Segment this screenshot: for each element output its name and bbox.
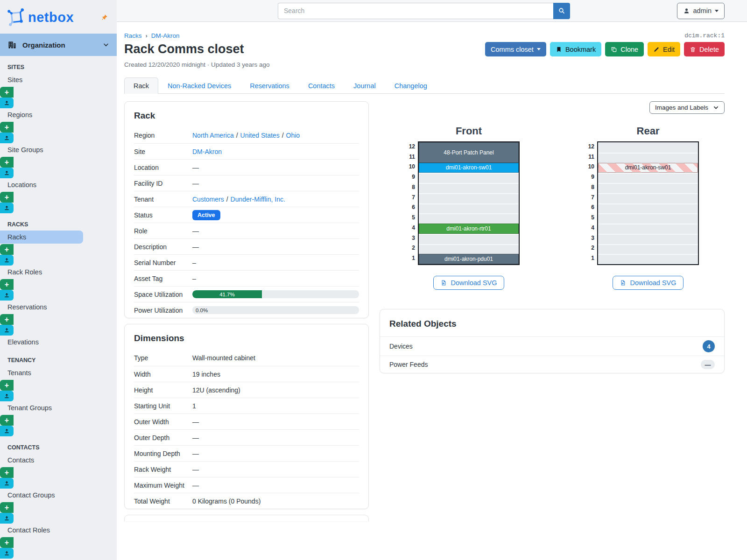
rack-slot[interactable] <box>419 193 519 203</box>
import-button[interactable] <box>0 426 14 436</box>
attribute-value: 0.0% <box>192 306 359 314</box>
sidebar-item-contacts[interactable]: Contacts <box>0 454 117 467</box>
add-button[interactable]: + <box>0 157 14 168</box>
sidebar-item-tenant-groups[interactable]: Tenant Groups <box>0 401 117 414</box>
rack-slot[interactable] <box>598 213 698 224</box>
add-button[interactable]: + <box>0 415 14 426</box>
add-button[interactable]: + <box>0 467 14 478</box>
import-button[interactable] <box>0 98 14 108</box>
sidebar-item-elevations[interactable]: Elevations <box>0 336 117 349</box>
import-button[interactable] <box>0 548 14 559</box>
add-button[interactable]: + <box>0 87 14 98</box>
rack-slot[interactable] <box>598 254 698 264</box>
tab-contacts[interactable]: Contacts <box>299 77 344 94</box>
front-download-svg-button[interactable]: Download SVG <box>433 276 504 290</box>
sidebar-item-reservations[interactable]: Reservations <box>0 301 117 314</box>
add-button[interactable]: + <box>0 314 14 325</box>
rack-slot[interactable] <box>598 203 698 214</box>
rack-slot[interactable] <box>419 234 519 244</box>
tab-reservations[interactable]: Reservations <box>240 77 299 94</box>
add-button[interactable]: + <box>0 122 14 133</box>
sidebar-section-organization[interactable]: Organization <box>0 34 117 56</box>
rack-device[interactable]: 48-Port Patch Panel <box>419 142 519 163</box>
sidebar-item-racks[interactable]: Racks <box>0 231 83 244</box>
attribute-link[interactable]: Dunder-Mifflin, Inc. <box>231 196 285 203</box>
tab-changelog[interactable]: Changelog <box>385 77 437 94</box>
rack-device[interactable]: dmi01-akron-rtr01 <box>419 224 519 234</box>
sidebar-item-rack-roles[interactable]: Rack Roles <box>0 266 117 279</box>
import-button[interactable] <box>0 478 14 489</box>
pin-icon[interactable] <box>101 14 108 21</box>
tab-non-racked-devices[interactable]: Non-Racked Devices <box>158 77 240 94</box>
import-button[interactable] <box>0 168 14 178</box>
object-id: dcim.rack:1 <box>684 32 725 39</box>
add-button[interactable]: + <box>0 244 14 255</box>
sidebar-section-heading: TENANCY <box>0 349 117 366</box>
add-button[interactable]: + <box>0 537 14 548</box>
import-button[interactable] <box>0 325 14 336</box>
rack-slot[interactable] <box>419 244 519 254</box>
rack-slot[interactable] <box>598 153 698 163</box>
breadcrumb-link[interactable]: Racks <box>124 32 142 39</box>
rack-slot[interactable] <box>419 173 519 183</box>
rear-rack-diagram[interactable]: dmi01-akron-sw01 <box>597 141 699 265</box>
attribute-link[interactable]: United States <box>240 132 280 139</box>
tab-journal[interactable]: Journal <box>344 77 385 94</box>
import-button[interactable] <box>0 391 14 401</box>
rack-device[interactable]: dmi01-akron-sw01 <box>419 163 519 173</box>
user-menu-button[interactable]: admin <box>677 3 725 19</box>
sidebar-item-locations[interactable]: Locations <box>0 178 117 191</box>
import-button[interactable] <box>0 255 14 266</box>
rack-slot[interactable] <box>419 213 519 224</box>
rack-slot[interactable] <box>598 142 698 153</box>
rack-slot[interactable] <box>419 183 519 193</box>
sidebar-item-regions[interactable]: Regions <box>0 108 117 121</box>
sidebar-item-tenants[interactable]: Tenants <box>0 366 117 379</box>
add-button[interactable]: + <box>0 279 14 290</box>
search-button[interactable] <box>553 3 570 19</box>
rack-device[interactable]: dmi01-akron-sw01 <box>598 163 698 173</box>
rack-slot[interactable] <box>598 244 698 254</box>
sidebar-item-contact-roles[interactable]: Contact Roles <box>0 524 117 537</box>
import-button[interactable] <box>0 513 14 524</box>
clone-button[interactable]: Clone <box>605 42 644 56</box>
rack-slot[interactable] <box>598 183 698 193</box>
rear-download-svg-button[interactable]: Download SVG <box>613 276 683 290</box>
rack-slot[interactable] <box>598 224 698 234</box>
attribute-link[interactable]: Ohio <box>286 132 300 139</box>
rack-slot[interactable] <box>419 203 519 214</box>
edit-button[interactable]: Edit <box>648 42 680 56</box>
rack-device[interactable]: dmi01-akron-pdu01 <box>419 254 519 264</box>
import-button[interactable] <box>0 133 14 143</box>
delete-button[interactable]: Delete <box>684 42 725 56</box>
import-button[interactable] <box>0 203 14 213</box>
attribute-row: Total Weight0 Kilograms (0 Pounds) <box>134 493 359 509</box>
view-select-value: Images and Labels <box>655 104 708 111</box>
elevation-view-select[interactable]: Images and Labels <box>649 101 725 114</box>
brand[interactable]: netbox <box>0 0 117 34</box>
search-input[interactable] <box>278 3 553 19</box>
rack-panel: Rack RegionNorth America/United States/O… <box>124 101 369 318</box>
sidebar-item-contact-groups[interactable]: Contact Groups <box>0 489 117 502</box>
add-button[interactable]: + <box>0 380 14 391</box>
tab-rack[interactable]: Rack <box>124 77 158 94</box>
attribute-link[interactable]: DM-Akron <box>192 148 222 155</box>
breadcrumb: Racks›DM-Akron <box>124 32 180 39</box>
import-button[interactable] <box>0 290 14 301</box>
add-button[interactable]: + <box>0 502 14 513</box>
comms-closet-button[interactable]: Comms closet <box>485 42 546 56</box>
unit-number: 6 <box>581 203 594 213</box>
rack-slot[interactable] <box>598 173 698 183</box>
add-button[interactable]: + <box>0 192 14 203</box>
related-object-row[interactable]: Devices4 <box>380 336 724 356</box>
rack-slot[interactable] <box>598 234 698 244</box>
front-rack-diagram[interactable]: 48-Port Patch Paneldmi01-akron-sw01dmi01… <box>418 141 520 265</box>
related-object-row[interactable]: Power Feeds— <box>380 356 724 373</box>
breadcrumb-link[interactable]: DM-Akron <box>151 32 180 39</box>
sidebar-item-sites[interactable]: Sites <box>0 73 117 86</box>
attribute-link[interactable]: North America <box>192 132 234 139</box>
bookmark-button[interactable]: Bookmark <box>550 42 601 56</box>
attribute-link[interactable]: Customers <box>192 196 224 203</box>
rack-slot[interactable] <box>598 193 698 203</box>
sidebar-item-site-groups[interactable]: Site Groups <box>0 143 117 156</box>
